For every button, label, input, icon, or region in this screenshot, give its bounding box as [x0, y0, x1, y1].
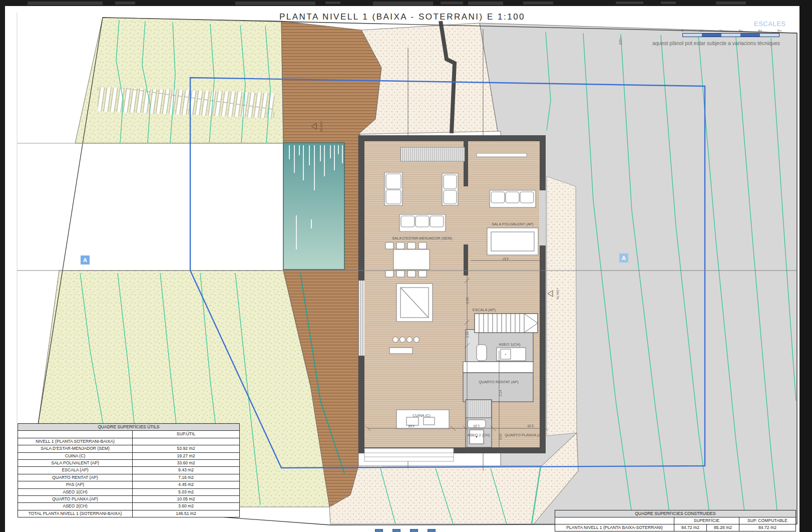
scale-tick: 1m	[700, 29, 704, 32]
room-label-escala: ESCALA (AP)	[473, 308, 496, 312]
dim-label: 2.00	[466, 297, 469, 304]
row-value: 85.28 m2	[706, 524, 739, 531]
table-superficies-utils: QUADRE SUPERFÍCIES ÚTILS SUP.ÚTIL NIVELL…	[18, 423, 240, 517]
dim-label: 4.57	[502, 257, 509, 260]
header-cell-superficie: SUPERFÍCIE	[674, 517, 739, 524]
row-value: 19.27 m2	[132, 453, 239, 459]
scale-ticks: 0 1m 2m 3m 4m 5m	[682, 29, 779, 33]
dim-label: 2.14	[499, 390, 502, 396]
row-label: PLANTA NIVELL 1 (PLANTA BAIXA-SOTERRANI)	[555, 524, 674, 531]
dim-label: 3.00	[499, 433, 502, 440]
table-row: PAS (AP) 4.45 m2	[18, 481, 239, 488]
cropped-text-fragment	[325, 2, 340, 4]
right-dark-edge	[799, 0, 812, 532]
row-value: 9.43 m2	[132, 467, 239, 473]
table-header-row: SUPERFÍCIE SUP. COMPUTABLE	[555, 517, 795, 524]
row-label: ASEO 2(CH)	[18, 503, 132, 509]
row-label: PAS (AP)	[18, 481, 132, 488]
row-value: 53.92 m2	[132, 445, 239, 452]
table-row: ASEO 1(CH) 5.03 m2	[18, 488, 239, 495]
top-cropped-bar	[0, 0, 812, 6]
scale-tick: 3m	[738, 29, 742, 32]
row-label: QUARTO PLANXA (AP)	[18, 496, 132, 502]
header-cell-empty	[555, 517, 674, 524]
room-label-rentat: QUARTO RENTAT (AP)	[479, 380, 519, 384]
dim-label: 3.35	[527, 424, 534, 428]
row-value	[132, 438, 239, 445]
scale-tick: 4m	[758, 29, 762, 32]
scale-tick: 0	[681, 29, 683, 32]
row-label: ASEO 1(CH)	[18, 489, 132, 495]
row-value: 10.05 m2	[132, 496, 239, 502]
section-marker-a-left: A	[81, 255, 90, 264]
row-value: 3.60 m2	[132, 503, 239, 509]
row-label: ESCALA (AP)	[18, 467, 132, 473]
table-superficies-construides: QUADRE SUPERFICIES CONSTRUIDES SUPERFÍCI…	[555, 510, 796, 531]
table-row: CUINA (C) 19.27 m2	[18, 452, 239, 459]
header-cell-sup-util: SUP.ÚTIL	[132, 431, 239, 437]
page-title: PLANTA NIVELL 1 (BAIXA - SOTERRANI) E 1:…	[5, 12, 799, 22]
section-marker-a-right: A	[619, 253, 628, 262]
room-label-polivalent: SALA POLIVALENT (AP)	[492, 222, 534, 226]
row-value: 84.72 m2	[739, 524, 795, 531]
scales-heading: ESCALES	[754, 20, 785, 28]
drawing-viewport: +	[0, 0, 812, 532]
cropped-text-fragment	[468, 2, 503, 5]
scale-segment	[683, 34, 702, 37]
table-row: ASEO 2(CH) 3.60 m2	[18, 502, 239, 509]
table-header-row: SUP.ÚTIL	[18, 430, 239, 437]
scale-bar-segments	[682, 33, 779, 37]
row-label: TOTAL PLANTA NIVELL 1 (SOTERRANI-BAIXA)	[18, 510, 132, 517]
row-label: CUINA (C)	[18, 453, 132, 459]
table-row: NIVELL 1 (PLANTA SOTERRANI-BAIXA)	[18, 438, 239, 445]
table-row: SALA D'ESTAR-MENJADOR (SEM) 53.92 m2	[18, 445, 239, 452]
scale-segment	[702, 34, 721, 37]
table-row: PLANTA NIVELL 1 (PLANTA BAIXA-SOTERRANI)…	[555, 524, 795, 531]
table-title: QUADRE SUPERFÍCIES ÚTILS	[18, 424, 239, 430]
cropped-text-fragment	[28, 2, 103, 5]
room-label-aseo1: ASEO 1(CH)	[499, 342, 521, 347]
header-cell-computable: SUP. COMPUTABLE	[739, 517, 795, 524]
pool	[283, 143, 344, 270]
room-label-sem: SALA D'ESTAR-MENJADOR (SEM)	[392, 236, 453, 240]
row-label: NIVELL 1 (PLANTA SOTERRANI-BAIXA)	[18, 438, 132, 445]
dim-label: 1.50	[466, 331, 469, 338]
row-label: SALA POLIVALENT (AP)	[18, 460, 132, 466]
table-title-row: QUADRE SUPERFICIES CONSTRUIDES	[555, 510, 795, 517]
stipple-terrain-side	[547, 176, 577, 436]
cropped-text-fragment	[235, 2, 315, 5]
table-title: QUADRE SUPERFICIES CONSTRUIDES	[555, 510, 795, 517]
cropped-text-fragment	[616, 2, 643, 4]
disclaimer-note: aquest plànol pot estar subjecte a varia…	[635, 40, 780, 46]
table-row: QUARTO RENTAT (AP) 7.16 m2	[18, 474, 239, 481]
room-label-planxa: QUARTO PLANXA (AP)	[505, 433, 545, 437]
scale-segment	[721, 34, 740, 37]
cropped-bottom-icon	[392, 529, 400, 532]
row-value: 84.72 m2	[674, 524, 706, 531]
table-total-row: TOTAL PLANTA NIVELL 1 (SOTERRANI-BAIXA) …	[18, 510, 239, 517]
header-cell-empty	[18, 431, 132, 437]
cropped-bottom-icon	[375, 529, 383, 532]
scale-tick: 5m	[777, 29, 781, 32]
svg-text:+: +	[505, 353, 507, 356]
cropped-text-fragment	[441, 2, 463, 5]
level-label: +103.70	[556, 288, 559, 300]
room-label-cuina: CUINA (C)	[413, 413, 431, 418]
table-row: QUARTO PLANXA (AP) 10.05 m2	[18, 495, 239, 502]
table-title-row: QUADRE SUPERFÍCIES ÚTILS	[18, 424, 239, 430]
cropped-text-fragment	[373, 2, 433, 6]
table-row: SALA POLIVALENT (AP) 33.60 m2	[18, 459, 239, 466]
scale-bar: 0 1m 2m 3m 4m 5m	[682, 29, 779, 38]
table-row: ESCALA (AP) 9.43 m2	[18, 466, 239, 473]
vegetation-upper	[75, 18, 283, 143]
level-label: +104.50	[320, 121, 323, 132]
cropped-text-fragment	[661, 2, 676, 4]
house-plan: +	[358, 135, 548, 461]
cropped-bottom-icon	[428, 529, 436, 532]
row-value: 33.60 m2	[132, 460, 239, 466]
room-label-pas: PAS (AP)	[541, 360, 545, 376]
row-value: 5.03 m2	[132, 489, 239, 495]
scale-segment	[740, 34, 759, 37]
cropped-text-fragment	[115, 2, 135, 5]
row-label: QUARTO RENTAT (AP)	[18, 474, 132, 481]
